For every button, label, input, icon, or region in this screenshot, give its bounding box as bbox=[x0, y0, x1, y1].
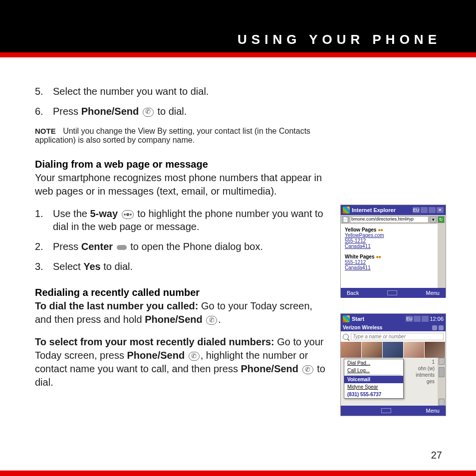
popup-dialpad[interactable]: Dial Pad... bbox=[344, 359, 403, 367]
scroll-up-icon[interactable] bbox=[439, 358, 445, 365]
keyboard-icon[interactable] bbox=[387, 290, 397, 295]
five-way-icon bbox=[122, 210, 134, 219]
signal-icon bbox=[421, 207, 428, 213]
page-icon: 📄 bbox=[342, 216, 349, 223]
ss2-titlebar: Start EU 12:06 bbox=[341, 314, 446, 324]
softkey-menu[interactable]: Menu bbox=[426, 290, 440, 296]
signal-icon bbox=[414, 316, 421, 322]
step-bold: Phone/Send bbox=[81, 106, 139, 117]
section1-heading: Dialing from a web page or message bbox=[35, 159, 329, 170]
ss1-status-icons: EU ✕ bbox=[413, 207, 444, 213]
phone-send-icon bbox=[143, 108, 154, 117]
step-bold: Center bbox=[81, 241, 113, 252]
note-label: NOTE bbox=[35, 127, 56, 135]
scroll-down-icon[interactable] bbox=[439, 399, 445, 406]
step-text-pre: Press bbox=[53, 106, 81, 117]
status-icon: EU bbox=[413, 207, 420, 213]
clock-text: 12:06 bbox=[430, 316, 444, 322]
step-text: Select the number you want to dial. bbox=[53, 86, 209, 97]
phone-send-icon bbox=[189, 352, 200, 361]
link-canada411[interactable]: Canada411 bbox=[345, 243, 434, 249]
scroll-up-icon[interactable] bbox=[439, 224, 445, 231]
note-line: NOTE Until you change the View By settin… bbox=[35, 127, 329, 145]
section2-para1: To dial the last number you called: Go t… bbox=[35, 299, 329, 326]
scroll-thumb[interactable] bbox=[439, 367, 445, 377]
windows-flag-icon bbox=[343, 207, 350, 214]
link-yellowpages[interactable]: YellowPages.com bbox=[345, 233, 434, 238]
step-number: 1. bbox=[35, 207, 43, 220]
contact-photo[interactable] bbox=[404, 342, 425, 358]
step-number: 5. bbox=[35, 85, 43, 98]
ss1-urlbar: 📄 bmone.com/directories.html#yp ▾ ↻ bbox=[341, 215, 446, 224]
carrier-name: Verizon Wireless bbox=[343, 325, 382, 330]
link-wp-5551212[interactable]: 555-1212 bbox=[345, 259, 434, 265]
scroll-thumb[interactable] bbox=[439, 249, 445, 259]
popup-voicemail-selected[interactable]: Voicemail bbox=[344, 376, 403, 383]
ss2-status-icons: EU 12:06 bbox=[406, 316, 444, 322]
section2-heading: Redialing a recently called number bbox=[35, 287, 329, 298]
go-icon[interactable]: ↻ bbox=[438, 216, 445, 223]
step-number: 6. bbox=[35, 105, 43, 118]
signal-bars-icon bbox=[432, 325, 437, 330]
header-bar: USING YOUR PHONE bbox=[0, 0, 476, 52]
step-text-post: to open the Phone dialog box. bbox=[130, 241, 263, 252]
para2-bold2: Phone/Send bbox=[240, 363, 298, 374]
bluetooth-icon bbox=[439, 325, 444, 330]
section1-step-3: 3. Select Yes to dial. bbox=[35, 260, 329, 273]
screenshot-internet-explorer: Internet Explorer EU ✕ 📄 bmone.com/direc… bbox=[340, 205, 446, 297]
step-text-pre: Use the bbox=[53, 208, 90, 219]
white-pages-heading: White Pages ●● bbox=[345, 254, 434, 259]
divider-red-top bbox=[0, 52, 476, 57]
close-icon: ✕ bbox=[437, 207, 444, 213]
para2-bold1: Phone/Send bbox=[127, 350, 185, 361]
name-number-input[interactable] bbox=[351, 333, 444, 340]
section2-para2: To select from your most recently dialed… bbox=[35, 335, 329, 389]
ss1-content: Yellow Pages ●● YellowPages.com 555-1212… bbox=[341, 224, 446, 288]
carrier-bar: Verizon Wireless bbox=[341, 324, 446, 331]
step-text-pre: Press bbox=[53, 241, 81, 252]
url-input[interactable]: bmone.com/directories.html#yp bbox=[350, 216, 429, 223]
step-bold: Yes bbox=[83, 261, 100, 272]
contact-photo[interactable] bbox=[341, 342, 362, 358]
contact-photo[interactable] bbox=[425, 342, 446, 358]
para1-post: . bbox=[218, 314, 221, 325]
name-number-row bbox=[341, 331, 446, 342]
page-header-title: USING YOUR PHONE bbox=[238, 32, 441, 47]
para2-lead: To select from your most recently dialed… bbox=[35, 336, 274, 347]
popup-separator bbox=[346, 375, 401, 375]
scroll-down-icon[interactable] bbox=[439, 281, 445, 288]
softkey-back[interactable]: Back bbox=[347, 290, 359, 296]
contact-photo[interactable] bbox=[362, 342, 383, 358]
note-text: Until you change the View By setting, yo… bbox=[35, 127, 310, 144]
speaker-icon bbox=[422, 316, 429, 322]
photo-strip bbox=[341, 342, 446, 358]
step-bold: 5-way bbox=[90, 208, 118, 219]
speaker-icon bbox=[429, 207, 436, 213]
screenshot-today-screen: Start EU 12:06 Verizon Wireless bbox=[340, 313, 446, 416]
section1-body: Your smartphone recognizes most phone nu… bbox=[35, 171, 329, 198]
popup-contact-name[interactable]: Midyne Spear bbox=[344, 383, 403, 391]
popup-phone-number[interactable]: (831) 555-6737 bbox=[344, 391, 403, 398]
content-area: 5. Select the number you want to dial. 6… bbox=[0, 57, 476, 389]
step-6: 6. Press Phone/Send to dial. bbox=[35, 105, 329, 118]
status-icon: EU bbox=[406, 316, 413, 322]
ss1-footer: Back Menu bbox=[341, 288, 446, 298]
para1-bold: Phone/Send bbox=[145, 314, 203, 325]
ss1-title: Internet Explorer bbox=[352, 207, 411, 213]
divider-red-bottom bbox=[0, 471, 476, 476]
phone-send-icon bbox=[302, 365, 313, 374]
context-popup: Dial Pad... Call Log... Voicemail Midyne… bbox=[344, 359, 404, 399]
dropdown-icon[interactable]: ▾ bbox=[430, 216, 437, 223]
popup-calllog[interactable]: Call Log... bbox=[344, 367, 403, 374]
ss2-body: Voicemail1 ohn (w) intments ges Dial Pad… bbox=[341, 358, 446, 406]
contact-photo[interactable] bbox=[383, 342, 404, 358]
link-wp-canada411[interactable]: Canada411 bbox=[345, 265, 434, 270]
step-text-pre: Select bbox=[53, 261, 83, 272]
windows-flag-icon bbox=[343, 315, 350, 322]
phone-send-icon bbox=[206, 316, 217, 325]
keyboard-icon[interactable] bbox=[381, 408, 391, 413]
search-icon bbox=[343, 334, 349, 340]
link-5551212[interactable]: 555-1212 bbox=[345, 238, 434, 243]
softkey-menu[interactable]: Menu bbox=[426, 408, 440, 414]
step-number: 2. bbox=[35, 240, 43, 253]
